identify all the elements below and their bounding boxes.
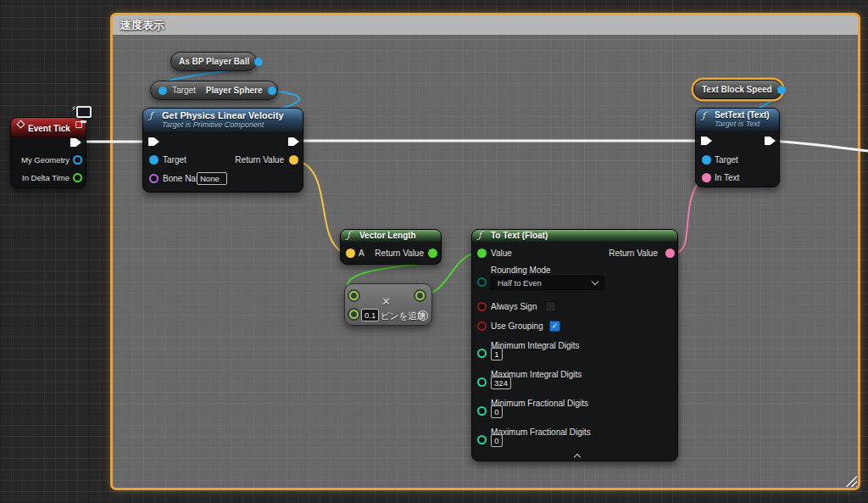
target-pin[interactable] <box>149 155 159 165</box>
return-value-pin[interactable] <box>665 249 675 258</box>
blueprint-canvas[interactable]: 速度表示 Event Tick My Geometry In Delta Tim… <box>0 0 868 503</box>
exec-out-pin[interactable] <box>288 137 299 147</box>
pin-label-target: Target <box>715 155 738 165</box>
min-integral-pin[interactable] <box>477 349 487 358</box>
chevron-down-icon <box>592 278 598 285</box>
my-geometry-pin[interactable] <box>73 155 82 165</box>
node-player-sphere[interactable]: Target Player Sphere <box>150 81 278 100</box>
pill-label: Player Sphere <box>206 86 263 95</box>
pin-label-max-fractional: Maximum Fractional Digits <box>491 428 591 437</box>
always-sign-checkbox[interactable] <box>545 301 556 312</box>
bone-name-input[interactable]: None <box>197 172 227 185</box>
pin-label-return-value: Return Value <box>375 249 424 258</box>
comment-title-bar[interactable]: 速度表示 <box>113 15 858 35</box>
max-integral-input[interactable]: 324 <box>491 377 511 389</box>
monitor-icon: ⚡ <box>71 106 92 124</box>
pin-label-my-geometry: My Geometry <box>21 155 70 165</box>
use-grouping-checkbox[interactable]: ✓ <box>549 321 560 332</box>
function-icon: ƒ <box>702 110 705 121</box>
function-icon: ƒ <box>149 110 153 121</box>
exec-in-pin[interactable] <box>148 137 159 147</box>
node-to-text-float[interactable]: ƒ To Text (Float) Value Return Value Rou… <box>471 229 678 461</box>
node-title: To Text (Float) <box>491 231 670 240</box>
text-block-speed-out-pin[interactable] <box>777 86 786 94</box>
target-pin[interactable] <box>702 155 711 165</box>
multiply-in2-pin[interactable] <box>349 310 359 319</box>
in-text-pin[interactable] <box>702 173 711 182</box>
a-pin[interactable] <box>346 249 355 258</box>
node-subtitle: Target is Text <box>715 120 772 128</box>
pin-label-return-value: Return Value <box>609 249 658 258</box>
comment-title: 速度表示 <box>120 18 164 33</box>
node-title: SetText (Text) <box>715 110 772 120</box>
rounding-mode-dropdown[interactable]: Half to Even <box>491 276 604 290</box>
max-fractional-pin[interactable] <box>477 435 487 444</box>
min-fractional-pin[interactable] <box>477 406 487 416</box>
multiply-out-pin[interactable] <box>415 291 425 300</box>
comment-resize-handle[interactable] <box>843 473 857 487</box>
pin-label-use-grouping: Use Grouping <box>491 321 543 331</box>
node-title: Vector Length <box>359 231 434 240</box>
return-value-pin[interactable] <box>289 155 298 165</box>
rounding-mode-pin[interactable] <box>477 277 487 287</box>
min-fractional-input[interactable]: 0 <box>491 405 503 418</box>
function-icon: ƒ <box>478 230 481 241</box>
max-fractional-input[interactable]: 0 <box>491 434 503 447</box>
node-set-text[interactable]: ƒ SetText (Text) Target is Text Target I… <box>695 108 780 187</box>
value-pin[interactable] <box>477 249 487 258</box>
function-icon: ƒ <box>347 230 350 241</box>
player-sphere-out-pin[interactable] <box>268 87 276 95</box>
exec-out-pin[interactable] <box>765 136 776 146</box>
always-sign-pin[interactable] <box>477 302 487 311</box>
pin-label-always-sign: Always Sign <box>491 302 537 311</box>
node-multiply[interactable]: ✕ 0.1 ピンを追加 + <box>344 283 432 326</box>
player-sphere-target-pin[interactable] <box>159 87 167 95</box>
pin-label-in-text: In Text <box>715 173 739 182</box>
node-title: Event Tick <box>28 124 70 133</box>
exec-out-pin[interactable] <box>70 137 81 148</box>
pin-label-in-delta-time: In Delta Time <box>22 173 70 182</box>
pin-label-return-value: Return Value <box>235 155 284 165</box>
node-get-physics-linear-velocity[interactable]: ƒ Get Physics Linear Velocity Target is … <box>142 108 303 193</box>
pill-label: As BP Player Ball <box>179 57 249 66</box>
pin-label-a: A <box>359 249 364 258</box>
as-bp-player-ball-out-pin[interactable] <box>254 58 263 66</box>
node-vector-length[interactable]: ƒ Vector Length A Return Value <box>340 229 442 265</box>
add-pin-icon[interactable]: + <box>418 310 428 321</box>
pin-label-value: Value <box>491 249 512 258</box>
multiply-in1-pin[interactable] <box>349 291 359 300</box>
min-integral-input[interactable]: 1 <box>491 348 503 360</box>
return-value-pin[interactable] <box>428 249 437 258</box>
pin-label-target: Target <box>163 155 186 165</box>
rounding-mode-value: Half to Even <box>498 278 542 288</box>
bone-name-pin[interactable] <box>149 174 159 183</box>
node-event-tick[interactable]: Event Tick My Geometry In Delta Time <box>10 117 86 188</box>
multiply-operator-icon: ✕ <box>381 295 391 308</box>
in-delta-time-pin[interactable] <box>73 173 82 182</box>
node-subtitle: Target is Primitive Component <box>162 120 296 129</box>
collapse-chevron-icon[interactable] <box>574 454 581 461</box>
multiply-value-input[interactable]: 0.1 <box>361 309 379 321</box>
event-icon <box>17 120 25 129</box>
pin-label-min-integral: Minimum Integral Digits <box>491 341 579 350</box>
pin-label-rounding-mode: Rounding Mode <box>491 265 551 275</box>
exec-in-pin[interactable] <box>701 136 712 146</box>
node-title: Get Physics Linear Velocity <box>162 110 296 120</box>
node-text-block-speed[interactable]: Text Block Speed <box>693 80 782 99</box>
pill-target-label: Target <box>172 86 196 95</box>
node-as-bp-player-ball[interactable]: As BP Player Ball <box>170 52 257 71</box>
use-grouping-pin[interactable] <box>477 321 487 331</box>
max-integral-pin[interactable] <box>477 377 487 387</box>
pill-label: Text Block Speed <box>702 85 772 94</box>
pin-label-min-fractional: Minimum Fractional Digits <box>491 399 588 408</box>
